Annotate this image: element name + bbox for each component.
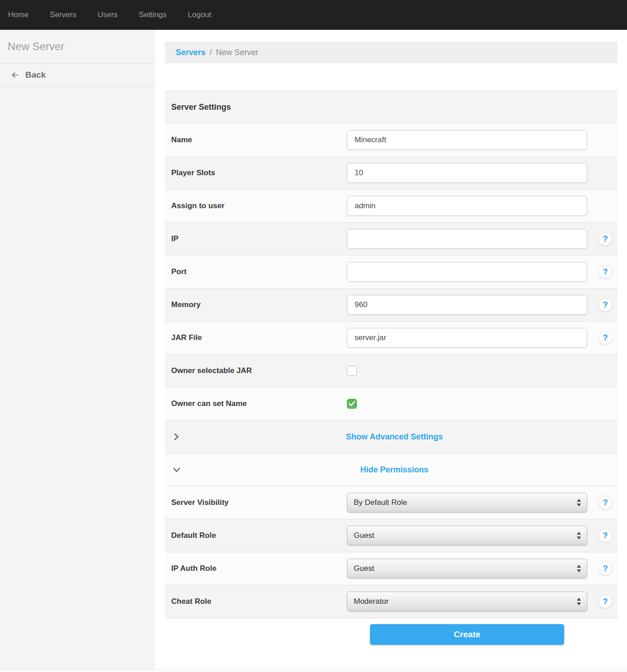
field-value-owner-selectable-jar — [347, 366, 587, 376]
server-visibility-select[interactable]: By Default Role — [347, 493, 587, 513]
nav-item-users[interactable]: Users — [98, 10, 117, 19]
field-value-ip-auth-role: Guest — [347, 559, 587, 579]
back-label: Back — [25, 70, 46, 80]
field-value-cheat-role: Moderator — [347, 592, 587, 611]
field-label-player-slots: Player Slots — [171, 168, 347, 177]
field-label-port: Port — [171, 267, 347, 276]
form-row-default-role: Default RoleGuest? — [165, 519, 618, 552]
create-button[interactable]: Create — [370, 624, 564, 645]
nav-item-logout[interactable]: Logout — [188, 10, 211, 19]
select-spinner-icon — [576, 565, 581, 573]
cheat-role-select[interactable]: Moderator — [347, 592, 587, 611]
select-spinner-icon — [576, 532, 581, 540]
breadcrumb: Servers / New Server — [165, 42, 618, 63]
field-label-ip-auth-role: IP Auth Role — [171, 564, 347, 573]
field-value-ip — [347, 229, 587, 249]
form-row-port: Port? — [165, 256, 618, 289]
form-row-player-slots: Player Slots — [165, 157, 618, 190]
form-row-server-settings: Server Settings — [165, 91, 618, 124]
port-input[interactable] — [347, 262, 587, 282]
field-value-assign-to-user — [347, 196, 587, 216]
top-navbar: HomeServersUsersSettingsLogout — [0, 0, 627, 30]
arrow-left-icon — [10, 70, 20, 79]
memory-input[interactable] — [347, 295, 587, 315]
back-button[interactable]: Back — [0, 64, 155, 87]
owner-selectable-jar-checkbox[interactable] — [347, 366, 357, 376]
toggle-link-show-advanced-settings[interactable]: Show Advanced Settings — [346, 432, 443, 442]
field-label-jar-file: JAR File — [171, 333, 347, 342]
field-value-default-role: Guest — [347, 526, 587, 546]
nav-item-settings[interactable]: Settings — [139, 10, 166, 19]
form-row-assign-to-user: Assign to user — [165, 190, 618, 223]
form-row-cheat-role: Cheat RoleModerator? — [165, 585, 618, 618]
chevron-right-icon — [173, 433, 180, 441]
field-value-player-slots — [347, 163, 587, 183]
main-content: Servers / New Server Server SettingsName… — [155, 30, 627, 669]
form-row-show-advanced-settings: Show Advanced Settings — [165, 420, 618, 453]
field-label-server-visibility: Server Visibility — [171, 498, 347, 507]
player-slots-input[interactable] — [347, 163, 587, 183]
nav-item-servers[interactable]: Servers — [50, 10, 76, 19]
help-icon[interactable]: ? — [599, 529, 612, 542]
default-role-select[interactable]: Guest — [347, 526, 587, 546]
form-row-ip-auth-role: IP Auth RoleGuest? — [165, 552, 618, 585]
checkmark-icon — [349, 401, 355, 406]
footer-strip — [0, 669, 627, 672]
form-row-name: Name — [165, 124, 618, 157]
help-icon[interactable]: ? — [599, 298, 612, 312]
field-label-default-role: Default Role — [171, 531, 347, 540]
form-row-owner-can-set-name: Owner can set Name — [165, 387, 618, 420]
form-row-hide-permissions: Hide Permissions — [165, 453, 618, 486]
ip-auth-role-select[interactable]: Guest — [347, 559, 587, 579]
help-icon[interactable]: ? — [599, 562, 612, 575]
field-label-owner-can-set-name: Owner can set Name — [171, 399, 347, 408]
name-input[interactable] — [347, 130, 587, 150]
field-value-server-visibility: By Default Role — [347, 493, 587, 513]
help-icon[interactable]: ? — [599, 496, 612, 509]
form-row-jar-file: JAR File? — [165, 322, 618, 355]
breadcrumb-current: New Server — [216, 48, 258, 57]
sidebar: New Server Back — [0, 30, 155, 669]
field-label-owner-selectable-jar: Owner selectable JAR — [171, 366, 347, 375]
field-value-name — [347, 130, 587, 150]
field-value-port — [347, 262, 587, 282]
body-row: New Server Back Servers / New Server Ser… — [0, 30, 627, 669]
form-row-server-visibility: Server VisibilityBy Default Role? — [165, 486, 618, 519]
field-value-jar-file — [347, 328, 587, 348]
section-title: Server Settings — [171, 103, 231, 112]
help-icon[interactable]: ? — [599, 595, 612, 608]
server-settings-form: Server SettingsNamePlayer SlotsAssign to… — [165, 90, 618, 618]
select-spinner-icon — [576, 597, 581, 606]
page-title: New Server — [0, 30, 155, 64]
selected-option-label: Guest — [354, 531, 374, 540]
field-label-assign-to-user: Assign to user — [171, 201, 347, 210]
nav-item-home[interactable]: Home — [8, 10, 28, 19]
breadcrumb-link-servers[interactable]: Servers — [176, 48, 206, 57]
chevron-down-icon — [173, 466, 181, 473]
field-label-memory: Memory — [171, 300, 347, 309]
field-value-memory — [347, 295, 587, 315]
select-spinner-icon — [576, 499, 581, 507]
form-row-owner-selectable-jar: Owner selectable JAR — [165, 355, 618, 387]
owner-can-set-name-checkbox[interactable] — [347, 399, 357, 409]
field-label-name: Name — [171, 135, 347, 145]
toggle-link-hide-permissions[interactable]: Hide Permissions — [360, 465, 428, 475]
field-value-owner-can-set-name — [347, 399, 587, 409]
form-row-memory: Memory? — [165, 289, 618, 322]
jar-file-input[interactable] — [347, 328, 587, 348]
help-icon[interactable]: ? — [599, 331, 612, 345]
field-label-ip: IP — [171, 234, 347, 243]
assign-to-user-input[interactable] — [347, 196, 587, 216]
field-label-cheat-role: Cheat Role — [171, 597, 347, 606]
help-icon[interactable]: ? — [599, 232, 612, 246]
selected-option-label: Guest — [354, 564, 374, 573]
selected-option-label: By Default Role — [354, 498, 407, 507]
ip-input[interactable] — [347, 229, 587, 249]
page: HomeServersUsersSettingsLogout New Serve… — [0, 0, 627, 672]
selected-option-label: Moderator — [354, 597, 388, 606]
form-row-ip: IP? — [165, 223, 618, 256]
breadcrumb-separator: / — [210, 48, 212, 57]
help-icon[interactable]: ? — [599, 265, 612, 279]
create-row: Create — [165, 624, 618, 645]
